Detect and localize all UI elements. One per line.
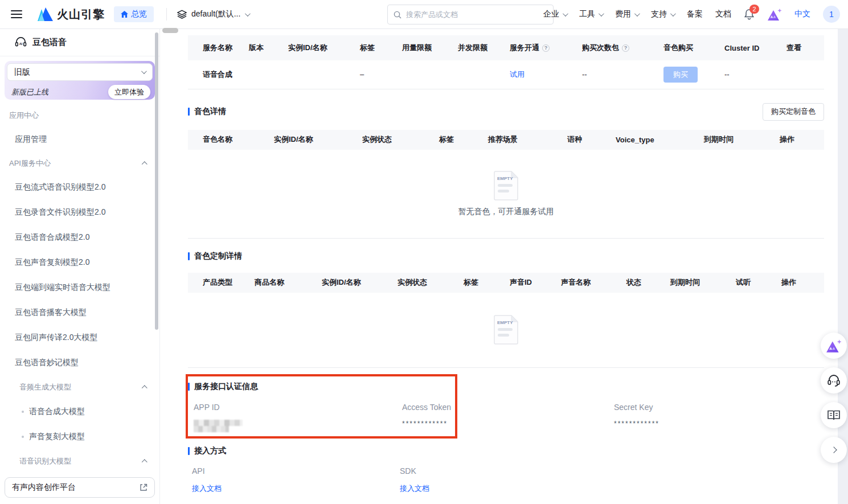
nav-menu-enterprise[interactable]: 企业 xyxy=(543,9,567,19)
sidebar-group-asr-large[interactable]: 语音识别大模型 xyxy=(0,449,155,473)
access-token-label: Access Token xyxy=(402,403,451,412)
item-label: 豆包流式语音识别模型2.0 xyxy=(15,182,105,192)
item-label: 豆包端到端实时语音大模型 xyxy=(15,282,110,293)
audio-creation-platform-link[interactable]: 有声内容创作平台 xyxy=(5,477,155,498)
chevron-up-icon xyxy=(142,161,148,167)
scrollbar-thumb[interactable] xyxy=(162,28,178,33)
project-name: default(默认... xyxy=(191,9,240,19)
bullet-dot xyxy=(22,436,24,438)
empty-document-icon: EMPTY xyxy=(493,170,519,201)
buy-button[interactable]: 购买 xyxy=(663,67,698,83)
sidebar-item-podcast[interactable]: 豆包语音播客大模型 xyxy=(0,300,155,325)
empty-icon-text: EMPTY xyxy=(497,320,513,325)
col-header: 操作 xyxy=(781,278,796,286)
sidebar-group-app-center: 应用中心 xyxy=(0,104,155,127)
divider xyxy=(166,8,167,21)
title-bar xyxy=(188,447,190,455)
language-switch[interactable]: 中文 xyxy=(794,9,810,19)
sidebar-scrollbar-thumb[interactable] xyxy=(155,32,158,330)
menu-label: 费用 xyxy=(615,9,631,19)
chevron-down-icon xyxy=(141,68,147,74)
sidebar-group-api-center[interactable]: API服务中心 xyxy=(0,152,155,175)
col-header: 并发限额 xyxy=(458,43,488,52)
top-navbar: 火山引擎 总览 default(默认... 企业 工具 费用 xyxy=(0,0,848,29)
chevron-right-icon xyxy=(830,446,837,453)
project-selector[interactable]: default(默认... xyxy=(177,9,249,19)
sidebar-item-voice-clone-2[interactable]: 豆包声音复刻模型2.0 xyxy=(0,250,155,275)
nav-menu-support[interactable]: 支持 xyxy=(651,9,674,19)
global-search[interactable] xyxy=(387,5,554,24)
sidebar-item-tts-large[interactable]: 语音合成大模型 xyxy=(0,399,155,424)
overview-tab[interactable]: 总览 xyxy=(114,6,154,22)
item-label: 声音复刻大模型 xyxy=(29,432,85,442)
layers-icon xyxy=(177,10,187,19)
sidebar: AI 豆包语音 旧版 新版已上线 立即体验 应用中心 应用管理 API服务中心 … xyxy=(0,29,160,504)
voice-custom-table: 产品类型 商品名称 实例ID/名称 实例状态 标签 声音ID 声音名称 状态 到… xyxy=(188,273,824,293)
buy-custom-voice-button[interactable]: 购买定制音色 xyxy=(763,103,824,121)
volcengine-logo-icon xyxy=(36,7,53,21)
ai-assistant-icon[interactable] xyxy=(767,8,782,21)
title-text: 接入方式 xyxy=(194,446,226,456)
menu-label: 支持 xyxy=(651,9,667,19)
sidebar-item-e2e-realtime[interactable]: 豆包端到端实时语音大模型 xyxy=(0,275,155,300)
search-icon xyxy=(394,11,402,19)
sdk-doc-link[interactable]: 接入文档 xyxy=(400,483,429,494)
service-table: 服务名称 版本 实例ID/名称 标签 用量限额 并发限额 服务开通? 购买次数包… xyxy=(188,35,824,89)
group-label: 音频生成大模型 xyxy=(19,382,71,392)
col-header: 实例ID/名称 xyxy=(274,135,313,144)
sidebar-item-tts-2[interactable]: 豆包语音合成模型2.0 xyxy=(0,225,155,250)
col-header: 实例状态 xyxy=(398,278,427,286)
col-header: 状态 xyxy=(626,278,641,286)
sidebar-item-miaoji[interactable]: 豆包语音妙记模型 xyxy=(0,350,155,375)
sidebar-group-audio-gen[interactable]: 音频生成大模型 xyxy=(0,375,155,399)
sidebar-item-stream-asr-2[interactable]: 豆包流式语音识别模型2.0 xyxy=(0,175,155,200)
help-icon[interactable]: ? xyxy=(542,44,550,52)
sidebar-menu: 应用中心 应用管理 API服务中心 豆包流式语音识别模型2.0 豆包录音文件识别… xyxy=(0,104,155,498)
nav-menu-icp[interactable]: 备案 xyxy=(687,9,703,19)
sidebar-item-clone-large[interactable]: 声音复刻大模型 xyxy=(0,424,155,449)
version-selector[interactable]: 旧版 xyxy=(7,63,153,81)
section-title-voice-detail: 音色详情 xyxy=(188,106,226,117)
try-now-button[interactable]: 立即体验 xyxy=(108,85,150,99)
col-header: 实例ID/名称 xyxy=(288,43,327,52)
voice-headset-icon: AI xyxy=(15,37,27,48)
notification-badge: 2 xyxy=(749,5,759,14)
menu-label: 工具 xyxy=(579,9,595,19)
support-button[interactable] xyxy=(821,367,847,394)
secret-key-label: Secret Key xyxy=(614,403,653,412)
table-header-row: 产品类型 商品名称 实例ID/名称 实例状态 标签 声音ID 声音名称 状态 到… xyxy=(188,273,824,293)
volcengine-logo[interactable]: 火山引擎 xyxy=(36,7,105,22)
sidebar-item-simul-interp[interactable]: 豆包同声传译2.0大模型 xyxy=(0,325,155,350)
sidebar-item-file-asr-2[interactable]: 豆包录音文件识别模型2.0 xyxy=(0,200,155,225)
chevron-down-icon xyxy=(599,11,604,17)
menu-label: 备案 xyxy=(687,9,703,19)
col-header: 产品类型 xyxy=(203,278,232,286)
table-row: 语音合成 – 试用 -- 购买 -- xyxy=(188,60,824,89)
service-name: 语音合成 xyxy=(188,60,244,89)
nav-menu-docs[interactable]: 文档 xyxy=(715,9,731,19)
help-icon[interactable]: ? xyxy=(622,44,629,52)
docs-button[interactable] xyxy=(821,402,847,428)
sidebar-item-app-management[interactable]: 应用管理 xyxy=(0,127,155,152)
hamburger-menu-icon[interactable] xyxy=(11,10,22,18)
title-bar xyxy=(188,252,190,260)
search-input[interactable] xyxy=(406,10,547,19)
api-doc-link[interactable]: 接入文档 xyxy=(192,483,222,494)
collapse-panel-button[interactable] xyxy=(821,437,847,463)
voice-custom-empty-state: EMPTY xyxy=(188,293,824,368)
nav-menu-billing[interactable]: 费用 xyxy=(615,9,638,19)
voice-detail-empty-state: EMPTY 暂无音色，可开通服务试用 xyxy=(188,150,824,239)
ai-assistant-button[interactable] xyxy=(821,333,847,359)
col-header: 操作 xyxy=(780,135,794,144)
trial-link[interactable]: 试用 xyxy=(510,70,525,79)
item-label: 豆包录音文件识别模型2.0 xyxy=(15,207,105,218)
notifications-button[interactable]: 2 xyxy=(744,9,755,20)
group-label: 语音识别大模型 xyxy=(19,456,71,466)
nav-menu-tools[interactable]: 工具 xyxy=(579,9,603,19)
svg-text:AI: AI xyxy=(19,42,23,46)
section-title-auth: 服务接口认证信息 xyxy=(188,382,258,392)
empty-icon-text: EMPTY xyxy=(497,176,513,181)
avatar[interactable]: 1 xyxy=(823,6,840,23)
item-label: 豆包声音复刻模型2.0 xyxy=(15,257,89,268)
empty-document-icon: EMPTY xyxy=(493,314,519,345)
